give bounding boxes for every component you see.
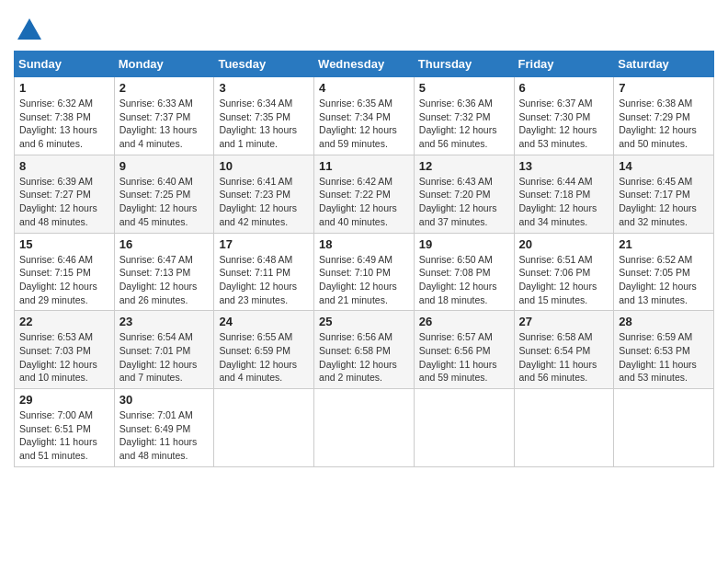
day-number: 13: [519, 159, 609, 173]
day-number: 11: [319, 159, 409, 173]
day-info: Sunrise: 6:51 AMSunset: 7:06 PMDaylight:…: [519, 253, 609, 307]
calendar-cell: 8Sunrise: 6:39 AMSunset: 7:27 PMDaylight…: [15, 155, 115, 233]
weekday-header-sunday: Sunday: [15, 52, 115, 77]
day-number: 5: [419, 81, 509, 95]
calendar-cell: 19Sunrise: 6:50 AMSunset: 7:08 PMDayligh…: [414, 233, 514, 311]
day-info: Sunrise: 6:35 AMSunset: 7:34 PMDaylight:…: [319, 97, 409, 151]
day-number: 3: [219, 81, 309, 95]
weekday-header-monday: Monday: [114, 52, 214, 77]
weekday-header-wednesday: Wednesday: [314, 52, 415, 77]
calendar-cell: 13Sunrise: 6:44 AMSunset: 7:18 PMDayligh…: [514, 155, 614, 233]
day-info: Sunrise: 6:49 AMSunset: 7:10 PMDaylight:…: [319, 253, 409, 307]
day-number: 8: [19, 159, 109, 173]
calendar-cell: 23Sunrise: 6:54 AMSunset: 7:01 PMDayligh…: [114, 311, 214, 389]
calendar-week-2: 8Sunrise: 6:39 AMSunset: 7:27 PMDaylight…: [15, 155, 714, 233]
day-info: Sunrise: 6:57 AMSunset: 6:56 PMDaylight:…: [419, 330, 509, 385]
calendar-cell: 28Sunrise: 6:59 AMSunset: 6:53 PMDayligh…: [614, 311, 714, 389]
day-number: 9: [119, 159, 210, 173]
day-info: Sunrise: 6:52 AMSunset: 7:05 PMDaylight:…: [619, 253, 709, 307]
calendar-cell: 7Sunrise: 6:38 AMSunset: 7:29 PMDaylight…: [614, 77, 714, 155]
day-info: Sunrise: 6:47 AMSunset: 7:13 PMDaylight:…: [119, 253, 210, 307]
day-info: Sunrise: 6:42 AMSunset: 7:22 PMDaylight:…: [319, 175, 409, 229]
calendar-cell: 14Sunrise: 6:45 AMSunset: 7:17 PMDayligh…: [614, 155, 714, 233]
day-info: Sunrise: 6:58 AMSunset: 6:54 PMDaylight:…: [519, 330, 609, 385]
svg-marker-1: [25, 30, 34, 40]
weekday-header-saturday: Saturday: [614, 52, 714, 77]
calendar-cell: [314, 389, 415, 467]
day-info: Sunrise: 6:48 AMSunset: 7:11 PMDaylight:…: [219, 253, 309, 307]
calendar-cell: 29Sunrise: 7:00 AMSunset: 6:51 PMDayligh…: [15, 389, 115, 467]
day-number: 6: [519, 81, 609, 95]
calendar-cell: 18Sunrise: 6:49 AMSunset: 7:10 PMDayligh…: [314, 233, 415, 311]
day-number: 10: [219, 159, 309, 173]
logo: [14, 14, 43, 41]
weekday-header-tuesday: Tuesday: [214, 52, 314, 77]
day-info: Sunrise: 6:33 AMSunset: 7:37 PMDaylight:…: [119, 97, 210, 151]
calendar-cell: 12Sunrise: 6:43 AMSunset: 7:20 PMDayligh…: [414, 155, 514, 233]
day-number: 23: [119, 315, 210, 328]
calendar-cell: 3Sunrise: 6:34 AMSunset: 7:35 PMDaylight…: [214, 77, 314, 155]
calendar-cell: 21Sunrise: 6:52 AMSunset: 7:05 PMDayligh…: [614, 233, 714, 311]
day-info: Sunrise: 6:40 AMSunset: 7:25 PMDaylight:…: [119, 175, 210, 229]
day-info: Sunrise: 6:53 AMSunset: 7:03 PMDaylight:…: [19, 330, 109, 385]
day-number: 18: [319, 237, 409, 251]
day-info: Sunrise: 6:38 AMSunset: 7:29 PMDaylight:…: [619, 97, 709, 151]
calendar-cell: 30Sunrise: 7:01 AMSunset: 6:49 PMDayligh…: [114, 389, 214, 467]
calendar-cell: 20Sunrise: 6:51 AMSunset: 7:06 PMDayligh…: [514, 233, 614, 311]
calendar-week-5: 29Sunrise: 7:00 AMSunset: 6:51 PMDayligh…: [15, 389, 714, 467]
day-number: 25: [319, 315, 409, 328]
calendar-cell: 5Sunrise: 6:36 AMSunset: 7:32 PMDaylight…: [414, 77, 514, 155]
calendar-week-1: 1Sunrise: 6:32 AMSunset: 7:38 PMDaylight…: [15, 77, 714, 155]
calendar-cell: 2Sunrise: 6:33 AMSunset: 7:37 PMDaylight…: [114, 77, 214, 155]
day-info: Sunrise: 6:41 AMSunset: 7:23 PMDaylight:…: [219, 175, 309, 229]
weekday-header-thursday: Thursday: [414, 52, 514, 77]
calendar-cell: [514, 389, 614, 467]
page-header: [14, 14, 714, 41]
calendar-cell: 25Sunrise: 6:56 AMSunset: 6:58 PMDayligh…: [314, 311, 415, 389]
calendar-cell: 17Sunrise: 6:48 AMSunset: 7:11 PMDayligh…: [214, 233, 314, 311]
calendar-cell: 11Sunrise: 6:42 AMSunset: 7:22 PMDayligh…: [314, 155, 415, 233]
day-number: 30: [119, 393, 210, 407]
day-number: 26: [419, 315, 509, 328]
calendar-cell: [614, 389, 714, 467]
day-number: 24: [219, 315, 309, 328]
calendar-cell: 6Sunrise: 6:37 AMSunset: 7:30 PMDaylight…: [514, 77, 614, 155]
calendar-cell: 10Sunrise: 6:41 AMSunset: 7:23 PMDayligh…: [214, 155, 314, 233]
calendar-cell: 27Sunrise: 6:58 AMSunset: 6:54 PMDayligh…: [514, 311, 614, 389]
calendar-cell: [414, 389, 514, 467]
day-number: 28: [619, 315, 709, 328]
day-number: 1: [19, 81, 109, 95]
calendar-cell: 24Sunrise: 6:55 AMSunset: 6:59 PMDayligh…: [214, 311, 314, 389]
calendar-header-row: SundayMondayTuesdayWednesdayThursdayFrid…: [15, 52, 714, 77]
day-info: Sunrise: 6:46 AMSunset: 7:15 PMDaylight:…: [19, 253, 109, 307]
day-info: Sunrise: 6:34 AMSunset: 7:35 PMDaylight:…: [219, 97, 309, 151]
calendar-cell: 16Sunrise: 6:47 AMSunset: 7:13 PMDayligh…: [114, 233, 214, 311]
day-number: 20: [519, 237, 609, 251]
day-info: Sunrise: 6:55 AMSunset: 6:59 PMDaylight:…: [219, 330, 309, 385]
day-number: 4: [319, 81, 409, 95]
calendar-cell: [214, 389, 314, 467]
calendar-cell: 15Sunrise: 6:46 AMSunset: 7:15 PMDayligh…: [15, 233, 115, 311]
day-info: Sunrise: 6:32 AMSunset: 7:38 PMDaylight:…: [19, 97, 109, 151]
day-number: 21: [619, 237, 709, 251]
day-number: 14: [619, 159, 709, 173]
logo-icon: [16, 14, 43, 41]
day-number: 22: [19, 315, 109, 328]
day-number: 19: [419, 237, 509, 251]
day-info: Sunrise: 6:54 AMSunset: 7:01 PMDaylight:…: [119, 330, 210, 385]
day-info: Sunrise: 7:00 AMSunset: 6:51 PMDaylight:…: [19, 408, 109, 463]
calendar-cell: 1Sunrise: 6:32 AMSunset: 7:38 PMDaylight…: [15, 77, 115, 155]
calendar-cell: 22Sunrise: 6:53 AMSunset: 7:03 PMDayligh…: [15, 311, 115, 389]
day-number: 29: [19, 393, 109, 407]
day-number: 7: [619, 81, 709, 95]
day-number: 2: [119, 81, 210, 95]
day-info: Sunrise: 6:39 AMSunset: 7:27 PMDaylight:…: [19, 175, 109, 229]
day-number: 12: [419, 159, 509, 173]
day-info: Sunrise: 6:50 AMSunset: 7:08 PMDaylight:…: [419, 253, 509, 307]
calendar-table: SundayMondayTuesdayWednesdayThursdayFrid…: [14, 51, 714, 467]
day-info: Sunrise: 6:45 AMSunset: 7:17 PMDaylight:…: [619, 175, 709, 229]
calendar-week-4: 22Sunrise: 6:53 AMSunset: 7:03 PMDayligh…: [15, 311, 714, 389]
day-info: Sunrise: 6:43 AMSunset: 7:20 PMDaylight:…: [419, 175, 509, 229]
day-info: Sunrise: 6:37 AMSunset: 7:30 PMDaylight:…: [519, 97, 609, 151]
day-info: Sunrise: 6:59 AMSunset: 6:53 PMDaylight:…: [619, 330, 709, 385]
